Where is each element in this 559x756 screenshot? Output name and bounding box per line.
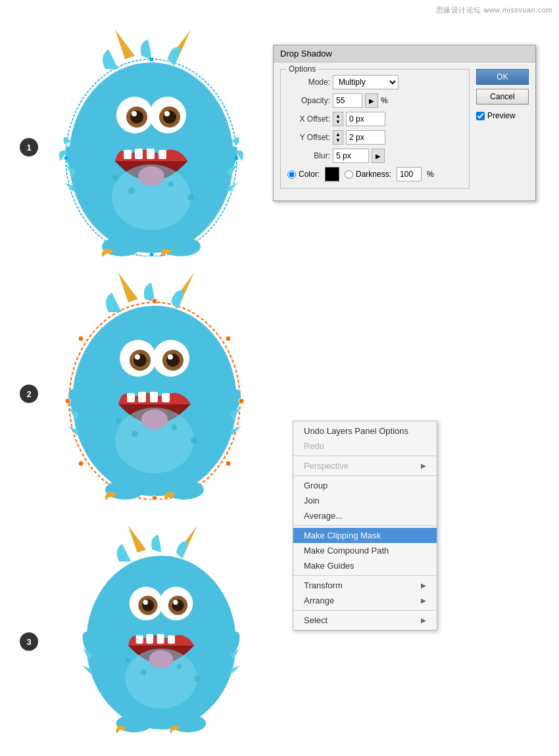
y-offset-input[interactable] — [346, 130, 385, 145]
blur-arrow[interactable]: ▶ — [372, 149, 385, 163]
menu-separator-5 — [293, 610, 437, 611]
color-label-text: Color: — [299, 170, 320, 179]
svg-rect-13 — [158, 150, 166, 159]
x-offset-input[interactable] — [346, 112, 385, 126]
menu-separator-4 — [293, 575, 437, 576]
svg-rect-39 — [162, 393, 170, 402]
svg-point-46 — [116, 418, 121, 423]
svg-point-55 — [226, 461, 231, 466]
svg-point-8 — [132, 111, 137, 116]
menu-item-average[interactable]: Average... — [293, 508, 437, 523]
svg-point-73 — [140, 669, 146, 675]
menu-item-undo[interactable]: Undo Layers Panel Options — [293, 423, 437, 438]
svg-rect-37 — [138, 392, 146, 402]
drop-shadow-dialog: Drop Shadow Options Mode: Multiply Norma… — [273, 45, 536, 201]
svg-point-44 — [132, 431, 138, 437]
perspective-arrow: ▶ — [421, 462, 426, 469]
step-badge-1: 1 — [20, 138, 38, 156]
darkness-percent: % — [427, 170, 434, 179]
menu-item-make-compound-path[interactable]: Make Compound Path — [293, 543, 437, 558]
darkness-input[interactable] — [397, 167, 422, 181]
menu-item-make-clipping-mask[interactable]: Make Clipping Mask — [293, 528, 437, 543]
transform-arrow: ▶ — [421, 582, 426, 589]
mode-label: Mode: — [287, 78, 330, 87]
monster-3-container — [59, 513, 263, 738]
dialog-left-panel: Options Mode: Multiply Normal Screen Opa… — [280, 69, 470, 194]
svg-point-70 — [125, 648, 197, 708]
menu-item-join[interactable]: Join — [293, 493, 437, 508]
svg-point-52 — [78, 336, 84, 341]
svg-point-19 — [168, 181, 174, 187]
ok-button[interactable]: OK — [476, 69, 529, 85]
darkness-radio[interactable] — [345, 170, 353, 179]
menu-separator-1 — [293, 456, 437, 456]
svg-point-35 — [168, 354, 173, 360]
monster-1-container — [39, 20, 263, 258]
svg-point-9 — [164, 111, 170, 116]
preview-label: Preview — [487, 111, 516, 120]
arrange-arrow: ▶ — [421, 597, 426, 604]
monster-2-svg — [43, 263, 266, 500]
color-row: Color: Darkness: % — [287, 167, 462, 181]
monster-1-svg — [39, 20, 263, 256]
menu-item-redo: Redo — [293, 438, 437, 454]
svg-point-54 — [78, 461, 84, 466]
mode-row: Mode: Multiply Normal Screen — [287, 75, 462, 89]
menu-item-make-guides[interactable]: Make Guides — [293, 558, 437, 573]
svg-point-15 — [112, 164, 191, 230]
color-radio-label[interactable]: Color: — [287, 170, 320, 179]
opacity-arrow[interactable]: ▶ — [365, 93, 378, 108]
svg-rect-66 — [146, 634, 153, 644]
darkness-radio-label[interactable]: Darkness: — [345, 170, 391, 179]
svg-point-48 — [152, 298, 157, 304]
svg-rect-25 — [235, 156, 238, 160]
svg-rect-36 — [127, 393, 135, 402]
cancel-button[interactable]: Cancel — [476, 89, 529, 105]
menu-item-perspective: Perspective ▶ — [293, 458, 437, 473]
watermark: 思缘设计论坛 www.missvuan.com — [436, 5, 552, 15]
svg-rect-68 — [168, 635, 175, 644]
svg-point-49 — [152, 496, 157, 500]
svg-rect-23 — [150, 253, 153, 256]
x-offset-label: X Offset: — [287, 114, 330, 124]
svg-point-41 — [115, 408, 194, 473]
menu-item-select[interactable]: Select ▶ — [293, 613, 437, 628]
y-offset-label: Y Offset: — [287, 133, 330, 142]
svg-point-18 — [128, 187, 135, 194]
menu-separator-2 — [293, 475, 437, 476]
opacity-input[interactable] — [333, 93, 362, 108]
svg-point-51 — [239, 398, 244, 404]
opacity-label: Opacity: — [287, 96, 330, 105]
x-offset-spinner[interactable]: ▲▼ — [333, 112, 343, 126]
svg-point-74 — [177, 664, 182, 669]
svg-point-76 — [194, 676, 200, 682]
color-swatch[interactable] — [325, 167, 339, 181]
dialog-titlebar: Drop Shadow — [274, 45, 535, 62]
dialog-right-panel: OK Cancel Preview — [476, 69, 529, 194]
darkness-label-text: Darkness: — [356, 170, 391, 179]
options-legend: Options — [286, 64, 318, 74]
svg-rect-67 — [157, 634, 164, 644]
menu-item-transform[interactable]: Transform ▶ — [293, 578, 437, 593]
svg-rect-10 — [124, 150, 132, 159]
mode-select[interactable]: Multiply Normal Screen — [333, 75, 399, 89]
svg-point-21 — [187, 194, 194, 201]
svg-point-47 — [191, 437, 197, 444]
x-offset-row: X Offset: ▲▼ — [287, 112, 462, 126]
svg-point-53 — [226, 336, 231, 341]
menu-item-group[interactable]: Group — [293, 478, 437, 493]
y-offset-spinner[interactable]: ▲▼ — [333, 130, 343, 145]
svg-point-20 — [112, 175, 118, 180]
blur-row: Blur: ▶ — [287, 149, 462, 163]
context-menu: Undo Layers Panel Options Redo Perspecti… — [293, 421, 437, 630]
blur-input[interactable] — [333, 149, 369, 163]
menu-item-arrange[interactable]: Arrange ▶ — [293, 593, 437, 608]
y-offset-row: Y Offset: ▲▼ — [287, 130, 462, 145]
monster-3-svg — [59, 513, 263, 736]
color-radio[interactable] — [287, 170, 296, 179]
preview-checkbox[interactable] — [476, 112, 485, 120]
menu-separator-3 — [293, 525, 437, 526]
preview-check: Preview — [476, 111, 529, 120]
svg-point-64 — [173, 600, 178, 605]
svg-rect-22 — [150, 58, 153, 61]
